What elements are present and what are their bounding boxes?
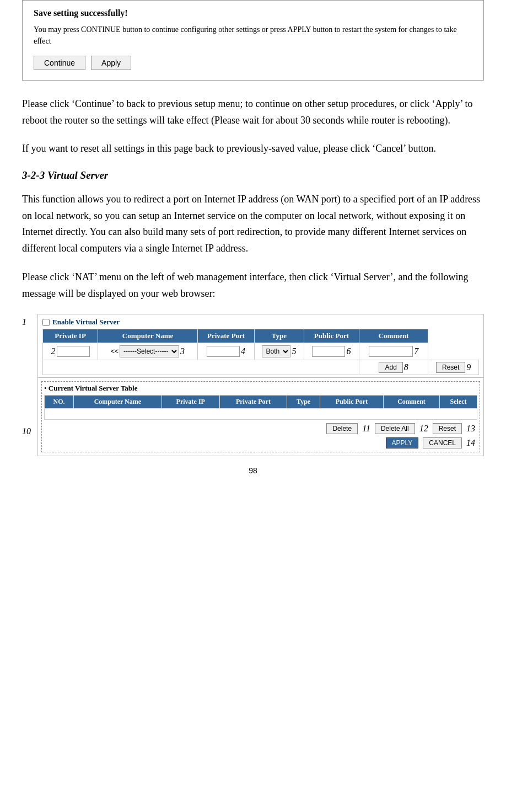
annotation-13: 13 [466, 424, 475, 434]
current-table-right-actions: Delete 11 Delete All 12 Reset 13 [326, 423, 475, 434]
private-ip-input[interactable] [57, 346, 90, 357]
col-type: Type [255, 329, 304, 343]
curr-col-no: NO. [45, 396, 74, 409]
paragraph-1: Please click ‘Continue’ to back to previ… [22, 96, 484, 129]
cell-computer-name: << ------Select------ 3 [98, 343, 198, 360]
col-comment: Comment [359, 329, 428, 343]
input-data-row: 2 << ------Select------ [43, 343, 479, 360]
apply-button-top[interactable]: Apply [91, 56, 131, 70]
type-select[interactable]: Both TCP UDP [262, 345, 290, 357]
paragraph-4: Please click ‘NAT’ menu on the left of w… [22, 269, 484, 302]
public-port-input[interactable] [312, 346, 345, 357]
annotation-8: 8 [404, 362, 408, 372]
curr-col-computer-name: Computer Name [74, 396, 162, 409]
continue-button[interactable]: Continue [34, 56, 85, 70]
arrow-left-icon: << [111, 348, 119, 355]
annotation-4: 4 [241, 346, 245, 356]
annotation-9: 9 [466, 362, 471, 372]
curr-col-private-port: Private Port [219, 396, 287, 409]
table-header-row: Private IP Computer Name Private Port Ty… [43, 329, 479, 343]
annotation-10: 10 [22, 426, 37, 436]
section-heading: 3-2-3 Virtual Server [22, 169, 484, 181]
annotation-7: 7 [414, 346, 418, 356]
col-public-port: Public Port [304, 329, 359, 343]
cell-public-port: 6 [304, 343, 359, 360]
comment-input[interactable] [369, 346, 413, 357]
current-table-header-row: NO. Computer Name Private IP Private Por… [45, 396, 477, 409]
save-box-text: You may press CONTINUE button to continu… [34, 24, 472, 47]
cell-comment: 7 [359, 343, 428, 360]
curr-col-type: Type [287, 396, 320, 409]
computer-name-select[interactable]: ------Select------ [120, 345, 179, 357]
empty-cell [43, 360, 359, 375]
current-table-title: • Current Virtual Server Table [44, 384, 477, 393]
delete-button[interactable]: Delete [326, 423, 358, 434]
annotation-14: 14 [466, 438, 475, 448]
reset-button-bottom[interactable]: Reset [433, 423, 462, 434]
delete-all-button[interactable]: Delete All [375, 423, 415, 434]
cell-reset-btn: Reset 9 [428, 360, 479, 375]
curr-col-select: Select [440, 396, 477, 409]
current-virtual-server-table: NO. Computer Name Private IP Private Por… [44, 395, 477, 420]
cell-type: Both TCP UDP 5 [255, 343, 304, 360]
paragraph-3: This function allows you to redirect a p… [22, 191, 484, 257]
save-box-title: Save setting successfully! [34, 8, 472, 18]
annotation-11: 11 [362, 424, 370, 434]
ui-diagram-area: 1 10 Enable Virtual Server Private IP Co… [22, 314, 484, 456]
curr-col-comment: Comment [383, 396, 439, 409]
cancel-button[interactable]: CANCEL [423, 437, 462, 448]
current-table-empty-row [45, 409, 477, 420]
cell-private-port: 4 [198, 343, 255, 360]
current-vs-section: • Current Virtual Server Table NO. Compu… [41, 381, 480, 452]
current-title-text: Current Virtual Server Table [49, 384, 138, 392]
enable-row: Enable Virtual Server [42, 318, 479, 327]
col-private-ip: Private IP [43, 329, 98, 343]
cell-private-ip: 2 [43, 343, 98, 360]
annotation-1: 1 [22, 317, 37, 327]
save-box-buttons: Continue Apply [34, 56, 472, 70]
page-number: 98 [22, 466, 484, 475]
annotation-12: 12 [419, 424, 428, 434]
current-table-action-row: Delete 11 Delete All 12 Reset 13 [44, 422, 477, 435]
curr-col-public-port: Public Port [320, 396, 384, 409]
save-setting-box: Save setting successfully! You may press… [22, 0, 484, 81]
cell-add-btn: Add 8 [359, 360, 428, 375]
left-annotations: 1 10 [22, 314, 37, 436]
paragraph-2: If you want to reset all settings in thi… [22, 141, 484, 157]
annotation-5: 5 [292, 346, 296, 356]
action-buttons-row: Add 8 Reset 9 [43, 360, 479, 375]
annotation-3: 3 [180, 346, 185, 356]
virtual-server-table: Private IP Computer Name Private Port Ty… [42, 329, 479, 375]
apply-button-bottom[interactable]: APPLY [386, 437, 419, 448]
top-section: Enable Virtual Server Private IP Compute… [38, 314, 483, 378]
annotation-2: 2 [51, 346, 56, 356]
apply-cancel-row: APPLY CANCEL 14 [44, 435, 477, 450]
virtual-server-ui: Enable Virtual Server Private IP Compute… [37, 314, 484, 456]
enable-virtual-server-checkbox[interactable] [42, 319, 50, 326]
private-port-input[interactable] [207, 346, 240, 357]
curr-col-private-ip: Private IP [162, 396, 219, 409]
add-button[interactable]: Add [379, 362, 402, 373]
reset-button-top[interactable]: Reset [436, 362, 465, 373]
col-private-port: Private Port [198, 329, 255, 343]
enable-label: Enable Virtual Server [52, 318, 120, 327]
col-computer-name: Computer Name [98, 329, 198, 343]
annotation-6: 6 [346, 346, 351, 356]
empty-row-cell [45, 409, 477, 420]
